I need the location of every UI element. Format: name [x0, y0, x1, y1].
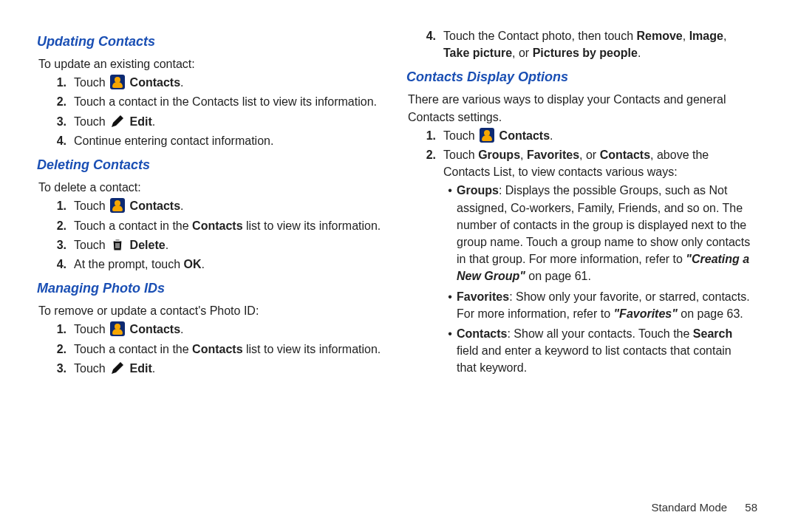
bullet-icon: •: [443, 325, 457, 377]
heading-updating-contacts: Updating Contacts: [37, 32, 384, 51]
heading-contacts-display-options: Contacts Display Options: [406, 67, 754, 86]
step-body: Touch a contact in the Contacts list to …: [74, 93, 384, 110]
left-column: Updating Contacts To update an existing …: [37, 26, 384, 458]
step-number: 4.: [37, 256, 74, 273]
step-body: Touch Edit.: [74, 360, 384, 377]
steps-display-options: 1. Touch Contacts. 2. Touch Groups, Favo…: [406, 127, 754, 380]
step-body: Touch a contact in the Contacts list to …: [74, 341, 384, 358]
step-number: 3.: [37, 113, 74, 130]
step-body: Continue entering contact information.: [74, 132, 384, 149]
step-body: Touch a contact in the Contacts list to …: [74, 217, 384, 234]
step-number: 1.: [37, 197, 74, 214]
step-body: Touch Groups, Favorites, or Contacts, ab…: [443, 146, 754, 379]
intro-text: To update an existing contact:: [38, 55, 384, 72]
page-footer: Standard Mode 58: [652, 501, 757, 514]
step-body: Touch the Contact photo, then touch Remo…: [443, 27, 754, 61]
step-body: Touch Contacts.: [74, 74, 384, 91]
step-body: Touch Contacts.: [74, 321, 384, 338]
step-number: 1.: [37, 321, 74, 338]
contacts-icon: [480, 128, 494, 143]
edit-icon: [110, 114, 125, 129]
step-number: 2.: [37, 93, 74, 110]
steps-deleting: 1. Touch Contacts. 2. Touch a contact in…: [37, 197, 384, 273]
step-number: 2.: [37, 341, 74, 358]
step-body: Touch Contacts.: [443, 127, 754, 144]
bullet-groups: Groups: Displays the possible Groups, su…: [457, 182, 754, 284]
bullet-contacts: Contacts: Show all your contacts. Touch …: [457, 325, 754, 377]
intro-text: To delete a contact:: [38, 179, 384, 196]
step-number: 3.: [37, 360, 74, 377]
step-body: Touch Edit.: [74, 113, 384, 130]
heading-managing-photo-ids: Managing Photo IDs: [37, 279, 384, 298]
edit-icon: [110, 361, 125, 375]
contacts-icon: [110, 321, 125, 336]
footer-mode: Standard Mode: [652, 501, 728, 514]
step-number: 1.: [406, 127, 443, 144]
trash-icon: [110, 237, 125, 252]
contacts-icon: [110, 198, 125, 213]
right-column: 4. Touch the Contact photo, then touch R…: [406, 26, 754, 458]
step-body: Touch Delete.: [74, 236, 384, 253]
contacts-icon: [110, 75, 125, 89]
steps-photo-ids: 1. Touch Contacts. 2. Touch a contact in…: [37, 321, 384, 377]
step-number: 2.: [37, 217, 74, 234]
step-body: Touch Contacts.: [74, 197, 384, 214]
step-body: At the prompt, touch OK.: [74, 256, 384, 273]
intro-text: There are various ways to display your C…: [408, 91, 754, 125]
bullet-list: • Groups: Displays the possible Groups, …: [443, 182, 754, 376]
bullet-icon: •: [443, 288, 457, 322]
step-number: 4.: [37, 132, 74, 149]
footer-page-number: 58: [745, 501, 757, 514]
step-number: 4.: [406, 27, 443, 61]
steps-updating: 1. Touch Contacts. 2. Touch a contact in…: [37, 74, 384, 149]
bullet-icon: •: [443, 182, 457, 284]
intro-text: To remove or update a contact's Photo ID…: [38, 302, 384, 319]
step-number: 1.: [37, 74, 74, 91]
steps-continued: 4. Touch the Contact photo, then touch R…: [406, 27, 754, 61]
bullet-favorites: Favorites: Show only your favorite, or s…: [457, 288, 754, 322]
step-number: 3.: [37, 236, 74, 253]
manual-page: Updating Contacts To update an existing …: [0, 0, 798, 473]
step-number: 2.: [406, 146, 443, 379]
heading-deleting-contacts: Deleting Contacts: [37, 155, 384, 174]
